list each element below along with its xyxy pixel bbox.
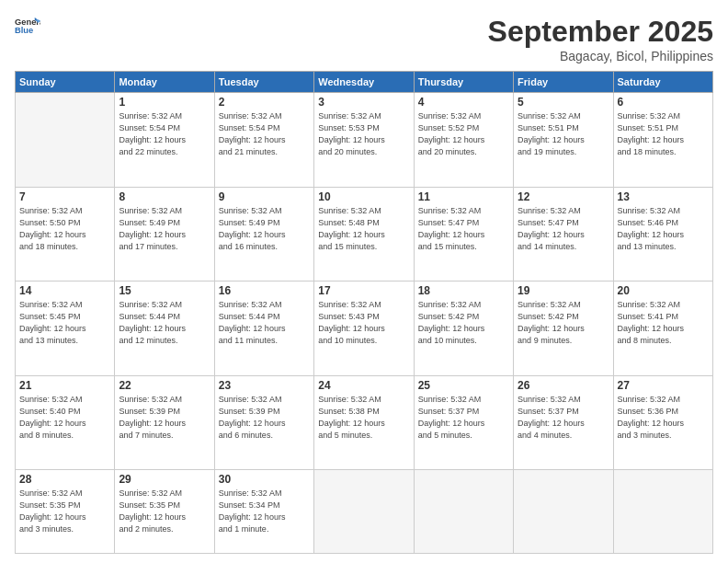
day-cell: 9Sunrise: 5:32 AM Sunset: 5:49 PM Daylig… <box>214 187 313 282</box>
day-cell: 10Sunrise: 5:32 AM Sunset: 5:48 PM Dayli… <box>314 187 414 282</box>
day-number: 6 <box>618 96 709 109</box>
day-cell: 17Sunrise: 5:32 AM Sunset: 5:43 PM Dayli… <box>314 282 414 376</box>
week-row-0: 1Sunrise: 5:32 AM Sunset: 5:54 PM Daylig… <box>16 93 713 188</box>
day-info: Sunrise: 5:32 AM Sunset: 5:42 PM Dayligh… <box>418 299 509 347</box>
day-number: 4 <box>418 96 509 109</box>
day-number: 23 <box>219 379 310 392</box>
week-row-1: 7Sunrise: 5:32 AM Sunset: 5:50 PM Daylig… <box>16 187 713 282</box>
day-cell: 13Sunrise: 5:32 AM Sunset: 5:46 PM Dayli… <box>613 187 712 282</box>
logo-icon: General Blue <box>15 15 40 40</box>
day-cell: 22Sunrise: 5:32 AM Sunset: 5:39 PM Dayli… <box>115 375 214 470</box>
day-cell: 16Sunrise: 5:32 AM Sunset: 5:44 PM Dayli… <box>214 282 313 376</box>
day-info: Sunrise: 5:32 AM Sunset: 5:49 PM Dayligh… <box>119 205 210 253</box>
day-cell <box>514 470 613 554</box>
day-info: Sunrise: 5:32 AM Sunset: 5:47 PM Dayligh… <box>518 205 609 253</box>
day-number: 28 <box>19 473 110 486</box>
day-info: Sunrise: 5:32 AM Sunset: 5:42 PM Dayligh… <box>518 299 609 347</box>
day-number: 12 <box>518 190 609 203</box>
day-info: Sunrise: 5:32 AM Sunset: 5:39 PM Dayligh… <box>219 394 310 442</box>
day-info: Sunrise: 5:32 AM Sunset: 5:37 PM Dayligh… <box>518 394 609 442</box>
day-cell: 23Sunrise: 5:32 AM Sunset: 5:39 PM Dayli… <box>214 375 313 470</box>
col-tuesday: Tuesday <box>214 72 313 93</box>
day-info: Sunrise: 5:32 AM Sunset: 5:46 PM Dayligh… <box>618 205 709 253</box>
day-cell: 1Sunrise: 5:32 AM Sunset: 5:54 PM Daylig… <box>115 93 214 188</box>
calendar-table: Sunday Monday Tuesday Wednesday Thursday… <box>15 71 713 554</box>
day-number: 15 <box>119 284 210 297</box>
day-cell: 2Sunrise: 5:32 AM Sunset: 5:54 PM Daylig… <box>214 93 313 188</box>
day-cell: 3Sunrise: 5:32 AM Sunset: 5:53 PM Daylig… <box>314 93 414 188</box>
day-info: Sunrise: 5:32 AM Sunset: 5:54 PM Dayligh… <box>119 110 210 158</box>
day-cell: 12Sunrise: 5:32 AM Sunset: 5:47 PM Dayli… <box>514 187 613 282</box>
day-number: 30 <box>219 473 310 486</box>
day-cell: 7Sunrise: 5:32 AM Sunset: 5:50 PM Daylig… <box>16 187 115 282</box>
svg-text:Blue: Blue <box>15 26 33 35</box>
day-info: Sunrise: 5:32 AM Sunset: 5:52 PM Dayligh… <box>418 110 509 158</box>
day-info: Sunrise: 5:32 AM Sunset: 5:35 PM Dayligh… <box>19 488 110 535</box>
day-number: 21 <box>19 379 110 392</box>
day-cell: 27Sunrise: 5:32 AM Sunset: 5:36 PM Dayli… <box>613 375 712 470</box>
day-cell: 26Sunrise: 5:32 AM Sunset: 5:37 PM Dayli… <box>514 375 613 470</box>
day-number: 1 <box>119 96 210 109</box>
day-number: 3 <box>318 96 409 109</box>
day-cell: 6Sunrise: 5:32 AM Sunset: 5:51 PM Daylig… <box>613 93 712 188</box>
col-monday: Monday <box>115 72 214 93</box>
day-number: 5 <box>518 96 609 109</box>
day-info: Sunrise: 5:32 AM Sunset: 5:44 PM Dayligh… <box>119 299 210 347</box>
page: General Blue September 2025 Bagacay, Bic… <box>0 0 728 563</box>
day-cell <box>414 470 513 554</box>
day-cell: 19Sunrise: 5:32 AM Sunset: 5:42 PM Dayli… <box>514 282 613 376</box>
day-cell: 30Sunrise: 5:32 AM Sunset: 5:34 PM Dayli… <box>214 470 313 554</box>
day-number: 9 <box>219 190 310 203</box>
day-cell: 8Sunrise: 5:32 AM Sunset: 5:49 PM Daylig… <box>115 187 214 282</box>
week-row-2: 14Sunrise: 5:32 AM Sunset: 5:45 PM Dayli… <box>16 282 713 376</box>
day-number: 24 <box>318 379 409 392</box>
day-info: Sunrise: 5:32 AM Sunset: 5:51 PM Dayligh… <box>518 110 609 158</box>
day-info: Sunrise: 5:32 AM Sunset: 5:34 PM Dayligh… <box>219 488 310 535</box>
day-number: 18 <box>418 284 509 297</box>
col-thursday: Thursday <box>414 72 513 93</box>
day-cell: 5Sunrise: 5:32 AM Sunset: 5:51 PM Daylig… <box>514 93 613 188</box>
day-number: 2 <box>219 96 310 109</box>
day-number: 13 <box>618 190 709 203</box>
day-info: Sunrise: 5:32 AM Sunset: 5:36 PM Dayligh… <box>618 394 709 442</box>
day-cell: 21Sunrise: 5:32 AM Sunset: 5:40 PM Dayli… <box>16 375 115 470</box>
day-info: Sunrise: 5:32 AM Sunset: 5:40 PM Dayligh… <box>19 394 110 442</box>
header: General Blue September 2025 Bagacay, Bic… <box>15 15 713 63</box>
header-row: Sunday Monday Tuesday Wednesday Thursday… <box>16 72 713 93</box>
col-friday: Friday <box>514 72 613 93</box>
col-sunday: Sunday <box>16 72 115 93</box>
day-cell <box>314 470 414 554</box>
day-info: Sunrise: 5:32 AM Sunset: 5:41 PM Dayligh… <box>618 299 709 347</box>
day-number: 25 <box>418 379 509 392</box>
week-row-4: 28Sunrise: 5:32 AM Sunset: 5:35 PM Dayli… <box>16 470 713 554</box>
day-info: Sunrise: 5:32 AM Sunset: 5:39 PM Dayligh… <box>119 394 210 442</box>
day-cell: 4Sunrise: 5:32 AM Sunset: 5:52 PM Daylig… <box>414 93 513 188</box>
day-cell: 14Sunrise: 5:32 AM Sunset: 5:45 PM Dayli… <box>16 282 115 376</box>
day-info: Sunrise: 5:32 AM Sunset: 5:47 PM Dayligh… <box>418 205 509 253</box>
day-cell: 20Sunrise: 5:32 AM Sunset: 5:41 PM Dayli… <box>613 282 712 376</box>
day-info: Sunrise: 5:32 AM Sunset: 5:53 PM Dayligh… <box>318 110 409 158</box>
day-cell: 25Sunrise: 5:32 AM Sunset: 5:37 PM Dayli… <box>414 375 513 470</box>
day-number: 19 <box>518 284 609 297</box>
title-block: September 2025 Bagacay, Bicol, Philippin… <box>488 15 713 63</box>
calendar-title: September 2025 <box>488 15 713 49</box>
day-cell: 15Sunrise: 5:32 AM Sunset: 5:44 PM Dayli… <box>115 282 214 376</box>
day-info: Sunrise: 5:32 AM Sunset: 5:51 PM Dayligh… <box>618 110 709 158</box>
day-info: Sunrise: 5:32 AM Sunset: 5:54 PM Dayligh… <box>219 110 310 158</box>
day-cell: 24Sunrise: 5:32 AM Sunset: 5:38 PM Dayli… <box>314 375 414 470</box>
day-number: 22 <box>119 379 210 392</box>
day-number: 7 <box>19 190 110 203</box>
day-info: Sunrise: 5:32 AM Sunset: 5:43 PM Dayligh… <box>318 299 409 347</box>
day-number: 17 <box>318 284 409 297</box>
day-info: Sunrise: 5:32 AM Sunset: 5:45 PM Dayligh… <box>19 299 110 347</box>
day-number: 29 <box>119 473 210 486</box>
calendar-subtitle: Bagacay, Bicol, Philippines <box>488 49 713 63</box>
day-cell: 11Sunrise: 5:32 AM Sunset: 5:47 PM Dayli… <box>414 187 513 282</box>
day-info: Sunrise: 5:32 AM Sunset: 5:38 PM Dayligh… <box>318 394 409 442</box>
day-cell: 28Sunrise: 5:32 AM Sunset: 5:35 PM Dayli… <box>16 470 115 554</box>
col-saturday: Saturday <box>613 72 712 93</box>
day-number: 14 <box>19 284 110 297</box>
day-info: Sunrise: 5:32 AM Sunset: 5:49 PM Dayligh… <box>219 205 310 253</box>
day-cell: 18Sunrise: 5:32 AM Sunset: 5:42 PM Dayli… <box>414 282 513 376</box>
day-info: Sunrise: 5:32 AM Sunset: 5:50 PM Dayligh… <box>19 205 110 253</box>
